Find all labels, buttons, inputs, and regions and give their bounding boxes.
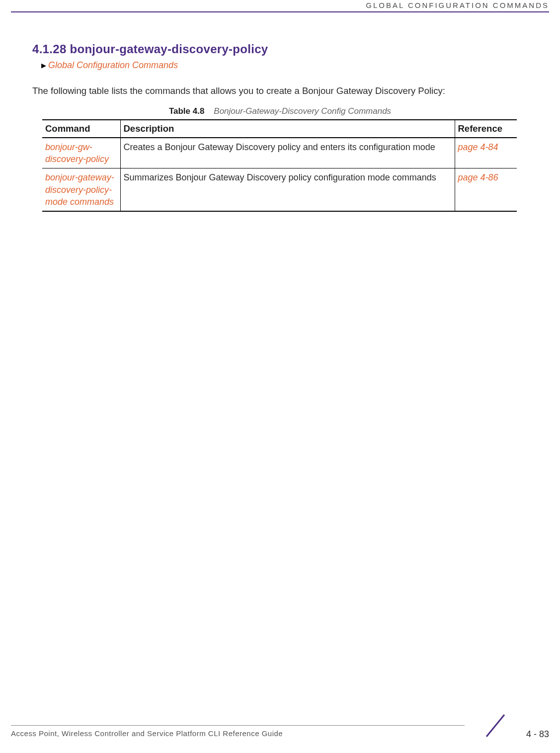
svg-line-0	[486, 715, 504, 737]
section-heading: 4.1.28 bonjour-gateway-discovery-policy	[32, 42, 528, 56]
table-row: bonjour-gateway-discovery-policy-mode co…	[42, 168, 517, 211]
command-description: Creates a Bonjour Gateway Discovery poli…	[124, 142, 435, 152]
command-link[interactable]: bonjour-gateway-discovery-policy-mode co…	[45, 172, 114, 207]
breadcrumb: ▶ Global Configuration Commands	[41, 60, 528, 71]
triangle-right-icon: ▶	[41, 62, 46, 69]
table-header-command: Command	[42, 120, 120, 138]
command-description: Summarizes Bonjour Gateway Discovery pol…	[124, 172, 436, 182]
commands-table: Command Description Reference bonjour-gw…	[42, 119, 517, 212]
command-link[interactable]: bonjour-gw-discovery-policy	[45, 142, 109, 164]
page-reference-link[interactable]: page 4-84	[458, 142, 498, 152]
intro-paragraph: The following table lists the commands t…	[32, 84, 528, 97]
table-header-row: Command Description Reference	[42, 120, 517, 138]
footer-guide-title: Access Point, Wireless Controller and Se…	[11, 729, 283, 738]
header-rule	[11, 11, 549, 12]
footer-rule	[11, 725, 465, 726]
table-header-reference: Reference	[455, 120, 517, 138]
breadcrumb-link[interactable]: Global Configuration Commands	[48, 60, 178, 71]
table-caption-label: Table 4.8	[169, 106, 205, 116]
table-caption-title: Bonjour-Gateway-Discovery Config Command…	[214, 106, 391, 116]
chapter-header-text: GLOBAL CONFIGURATION COMMANDS	[366, 1, 549, 9]
table-caption: Table 4.8 Bonjour-Gateway-Discovery Conf…	[32, 106, 528, 116]
page-number: 4 - 83	[526, 729, 549, 740]
footer-slash-icon	[480, 714, 510, 738]
main-content: 4.1.28 bonjour-gateway-discovery-policy …	[32, 42, 528, 212]
table-header-description: Description	[120, 120, 455, 138]
table-row: bonjour-gw-discovery-policy Creates a Bo…	[42, 138, 517, 168]
page-footer: Access Point, Wireless Controller and Se…	[11, 725, 549, 744]
page-reference-link[interactable]: page 4-86	[458, 172, 498, 182]
